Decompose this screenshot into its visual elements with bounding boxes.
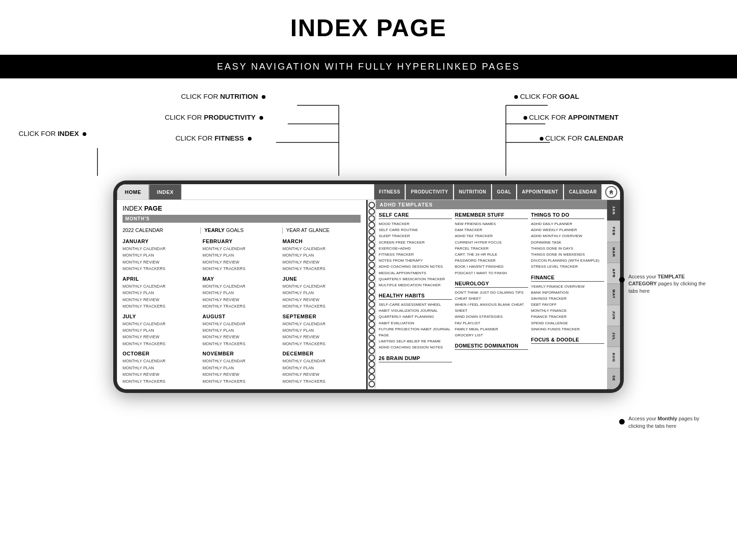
month-item[interactable]: MONTHLY REVIEW [283, 296, 361, 303]
col-item[interactable]: DEBT PAYOFF [531, 302, 604, 308]
col-item[interactable]: WHEN I FEEL ANXIOUS BLANK CHEAT SHEET [455, 302, 528, 314]
month-item[interactable]: MONTHLY CALENDAR [283, 321, 361, 327]
col-item[interactable]: SELF CARE ROUTINE [379, 227, 452, 233]
col-item[interactable]: WIND DOWN STRATEGIES [455, 314, 528, 320]
month-item[interactable]: MONTHLY TRACKERS [283, 265, 361, 272]
month-item[interactable]: MONTHLY REVIEW [123, 371, 200, 378]
col-item[interactable]: SAVINGS TRACKER [531, 296, 604, 302]
col-item[interactable]: YEARLY FINANCE OVERVIEW [531, 283, 604, 290]
col-item[interactable]: DON'T THINK JUST DO CALMING TIPS CHEAT S… [455, 290, 528, 302]
col-item[interactable]: LIMITING SELF-BELIEF RE FRAME [379, 338, 452, 344]
col-item[interactable]: MULTIPLE MEDICATION TRACKER [379, 282, 452, 288]
side-tab-mar[interactable]: MAR [607, 242, 620, 263]
month-item[interactable]: MONTHLY PLAN [123, 365, 200, 371]
month-item[interactable]: MONTHLY TRACKERS [283, 303, 361, 309]
nav-tab-index[interactable]: INDEX [149, 184, 181, 200]
side-tab-se[interactable]: SE [607, 368, 620, 389]
col-item[interactable]: ADHD DAILY PLANNER [531, 221, 604, 227]
month-item[interactable]: MONTHLY TRACKERS [202, 378, 280, 385]
month-item[interactable]: MONTHLY CALENDAR [283, 358, 361, 364]
col-item[interactable]: SPEND CHALLENGE [531, 320, 604, 326]
month-item[interactable]: MONTHLY PLAN [202, 252, 280, 258]
month-item[interactable]: MONTHLY PLAN [123, 327, 200, 334]
col-item[interactable]: QUARTERLY HABIT PLANNING [379, 314, 452, 320]
col-item[interactable]: HABIT VISUALIZATION JOURNAL [379, 308, 452, 314]
col-item[interactable]: CART: THE 24 HR RULE [455, 251, 528, 257]
col-item[interactable]: GROCERY LIST [455, 332, 528, 338]
home-icon[interactable] [605, 186, 617, 198]
col-item[interactable]: EXERCISE+ADHD [379, 245, 452, 251]
col-item[interactable]: ADHD WEEKLY PLANNER [531, 227, 604, 233]
col-item[interactable]: PARCEL TRACKER [455, 245, 528, 251]
month-item[interactable]: MONTHLY REVIEW [202, 334, 280, 340]
month-item[interactable]: MONTHLY CALENDAR [202, 358, 280, 364]
side-tab-jul[interactable]: JUL [607, 326, 620, 347]
month-item[interactable]: MONTHLY PLAN [123, 290, 200, 296]
col-item[interactable]: SCREEN FREE TRACKER [379, 239, 452, 245]
nav-tab-goal[interactable]: GOAL [492, 184, 516, 200]
nav-tab-appointment[interactable]: APPOINTMENT [517, 184, 563, 200]
month-item[interactable]: MONTHLY TRACKERS [283, 378, 361, 385]
month-item[interactable]: MONTHLY PLAN [283, 290, 361, 296]
month-item[interactable]: MONTHLY TRACKERS [202, 303, 280, 309]
side-tab-feb[interactable]: FEB [607, 221, 620, 242]
side-tab-apr[interactable]: APR [607, 263, 620, 284]
col-item[interactable]: BANK INFORMATION [531, 290, 604, 296]
col-item[interactable]: ADHD COACHING SESSION NOTES [379, 264, 452, 270]
col-item[interactable]: DIV/CON PLANNING (WITH EXAMPLE) [531, 257, 604, 264]
nav-tab-nutrition[interactable]: NUTRITION [454, 184, 491, 200]
month-item[interactable]: MONTHLY PLAN [202, 327, 280, 334]
col-item[interactable]: FAMILY MEAL PLANNER [455, 326, 528, 332]
col-item[interactable]: NEW FRIENDS NAMES [455, 221, 528, 227]
col-item[interactable]: THINGS DONE IN DAYS [531, 245, 604, 251]
month-item[interactable]: MONTHLY PLAN [283, 365, 361, 371]
side-tab-aug[interactable]: AUG [607, 347, 620, 368]
month-item[interactable]: MONTHLY REVIEW [283, 259, 361, 265]
side-tab-jan[interactable]: JAN [607, 200, 620, 221]
month-item[interactable]: MONTHLY TRACKERS [202, 265, 280, 272]
month-item[interactable]: MONTHLY PLAN [283, 252, 361, 258]
col-item[interactable]: SLEEP TRACKER [379, 233, 452, 239]
month-item[interactable]: MONTHLY TRACKERS [123, 341, 200, 347]
nav-tab-home[interactable]: HOME [117, 184, 149, 200]
col-item[interactable]: BOOK I HAVEN'T FINISHED [455, 264, 528, 270]
month-item[interactable]: MONTHLY TRACKERS [123, 303, 200, 309]
month-item[interactable]: MONTHLY TRACKERS [283, 341, 361, 347]
col-item[interactable]: FAV PLAYLIST [455, 320, 528, 326]
col-item[interactable]: CURRENT HYPER FOCUS [455, 239, 528, 245]
month-item[interactable]: MONTHLY CALENDAR [283, 245, 361, 252]
col-item[interactable]: HABIT EVALUATION [379, 320, 452, 326]
col-item[interactable]: FITNESS TRACKER [379, 251, 452, 257]
month-item[interactable]: MONTHLY CALENDAR [283, 283, 361, 290]
col-item[interactable]: ADHD COACHING SESSION NOTES [379, 344, 452, 350]
month-item[interactable]: MONTHLY CALENDAR [202, 245, 280, 252]
month-item[interactable]: MONTHLY CALENDAR [123, 283, 200, 290]
col-item[interactable]: PODCAST I WANT TO FINISH [455, 270, 528, 276]
col-item[interactable]: FUTURE PROJECTION HABIT JOURNAL PAGE [379, 326, 452, 338]
col-item[interactable]: PASSWORD TRACKER [455, 257, 528, 264]
col-item[interactable]: MOOD TRACKER [379, 221, 452, 227]
month-item[interactable]: MONTHLY CALENDAR [123, 321, 200, 327]
nav-tab-calendar[interactable]: CALENDAR [564, 184, 601, 200]
month-item[interactable]: MONTHLY REVIEW [123, 296, 200, 303]
month-item[interactable]: MONTHLY TRACKERS [123, 378, 200, 385]
col-item[interactable]: D&M TRACKER [455, 227, 528, 233]
month-item[interactable]: MONTHLY REVIEW [202, 371, 280, 378]
side-tab-jun[interactable]: JUN [607, 305, 620, 326]
col-item[interactable]: MEDICAL APPOINTMENTS [379, 270, 452, 276]
col-item[interactable]: MONTHLY FINANCE [531, 308, 604, 314]
month-item[interactable]: MONTHLY CALENDAR [202, 283, 280, 290]
col-item[interactable]: SELF-CARE ASSESSMENT WHEEL [379, 302, 452, 308]
month-item[interactable]: MONTHLY PLAN [123, 252, 200, 258]
col-item[interactable]: STRESS LEVEL TRACKER [531, 264, 604, 270]
month-item[interactable]: MONTHLY REVIEW [123, 334, 200, 340]
month-item[interactable]: MONTHLY CALENDAR [123, 245, 200, 252]
col-item[interactable]: DOPAMINE TASK [531, 239, 604, 245]
col-item[interactable]: THINGS DONE IN WEEKENDS [531, 251, 604, 257]
month-item[interactable]: MONTHLY CALENDAR [123, 358, 200, 364]
month-item[interactable]: MONTHLY REVIEW [202, 296, 280, 303]
month-item[interactable]: MONTHLY REVIEW [283, 334, 361, 340]
month-item[interactable]: MONTHLY REVIEW [202, 259, 280, 265]
nav-tab-fitness[interactable]: FITNESS [374, 184, 405, 200]
side-tab-may[interactable]: MAY [607, 284, 620, 305]
